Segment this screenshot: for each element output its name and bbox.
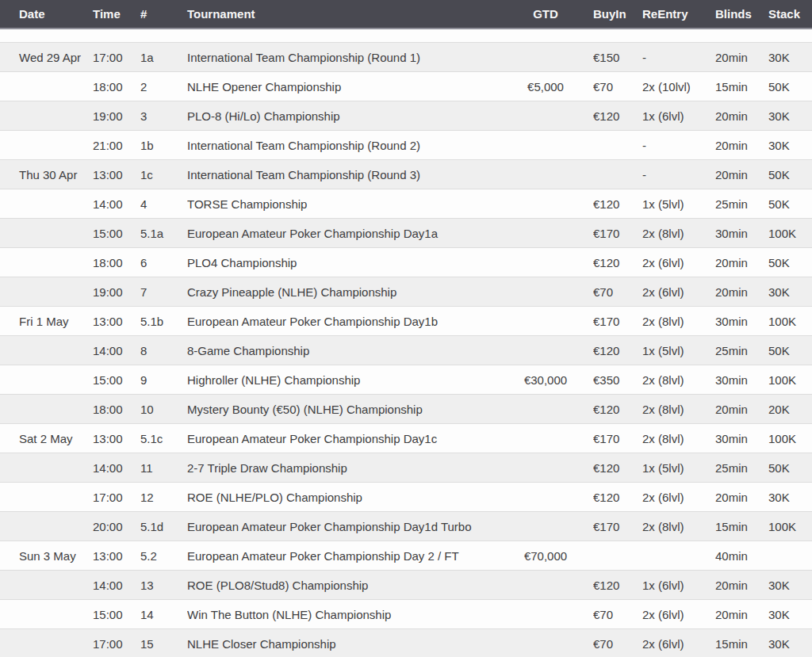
cell-gtd [508, 571, 593, 600]
cell-number: 5.1d [140, 512, 187, 541]
cell-gtd [508, 131, 593, 160]
cell-date [0, 600, 93, 629]
cell-stack: 30K [768, 600, 812, 629]
tournament-schedule-table: Date Time # Tournament GTD BuyIn ReEntry… [0, 0, 812, 657]
cell-reentry: 2x (8lvl) [642, 512, 715, 541]
cell-blinds: 20min [715, 600, 768, 629]
cell-time: 15:00 [93, 365, 140, 395]
cell-blinds: 30min [715, 365, 768, 395]
cell-stack: 30K [768, 101, 812, 131]
cell-time: 13:00 [93, 160, 140, 189]
cell-buyin: €70 [593, 629, 642, 657]
cell-stack: 100K [768, 307, 812, 336]
cell-tournament: PLO4 Championship [187, 248, 508, 277]
column-header-blinds: Blinds [715, 0, 768, 29]
cell-blinds: 30min [715, 424, 768, 453]
cell-stack: 30K [768, 483, 812, 512]
cell-stack: 30K [768, 277, 812, 307]
cell-date [0, 571, 93, 600]
cell-buyin: €120 [593, 395, 642, 424]
cell-tournament: Crazy Pineapple (NLHE) Championship [187, 277, 508, 307]
cell-number: 5.1a [140, 219, 187, 248]
cell-time: 20:00 [93, 512, 140, 541]
cell-date [0, 336, 93, 365]
cell-tournament: Win The Button (NLHE) Championship [187, 600, 508, 629]
cell-reentry: 2x (8lvl) [642, 365, 715, 395]
cell-reentry: 2x (6lvl) [642, 629, 715, 657]
spacer-cell [0, 29, 812, 43]
cell-buyin: €170 [593, 512, 642, 541]
cell-number: 1c [140, 160, 187, 189]
column-header-tournament: Tournament [187, 0, 508, 29]
tournament-row: 15:00 9 Highroller (NLHE) Championship €… [0, 365, 812, 395]
cell-gtd [508, 424, 593, 453]
cell-date: Wed 29 Apr [0, 43, 93, 72]
cell-tournament: 8-Game Championship [187, 336, 508, 365]
cell-blinds: 20min [715, 131, 768, 160]
cell-blinds: 20min [715, 395, 768, 424]
cell-blinds: 20min [715, 160, 768, 189]
cell-blinds: 25min [715, 189, 768, 219]
cell-gtd [508, 160, 593, 189]
cell-stack: 20K [768, 395, 812, 424]
cell-time: 18:00 [93, 395, 140, 424]
tournament-row: 17:00 15 NLHE Closer Championship €70 2x… [0, 629, 812, 657]
cell-date: Sun 3 May [0, 541, 93, 571]
cell-gtd [508, 101, 593, 131]
cell-tournament: European Amateur Poker Championship Day … [187, 541, 508, 571]
cell-buyin: €120 [593, 189, 642, 219]
cell-time: 14:00 [93, 571, 140, 600]
cell-gtd [508, 219, 593, 248]
cell-number: 5.2 [140, 541, 187, 571]
cell-reentry: 2x (8lvl) [642, 424, 715, 453]
cell-time: 14:00 [93, 189, 140, 219]
cell-time: 19:00 [93, 101, 140, 131]
cell-buyin: €70 [593, 72, 642, 101]
cell-gtd [508, 600, 593, 629]
cell-blinds: 30min [715, 307, 768, 336]
cell-reentry: 1x (5lvl) [642, 336, 715, 365]
cell-reentry: - [642, 43, 715, 72]
cell-tournament: ROE (NLHE/PLO) Championship [187, 483, 508, 512]
cell-buyin: €70 [593, 600, 642, 629]
cell-time: 14:00 [93, 453, 140, 483]
cell-number: 4 [140, 189, 187, 219]
cell-reentry: 1x (6lvl) [642, 571, 715, 600]
cell-gtd [508, 395, 593, 424]
tournament-row: 18:00 2 NLHE Opener Championship €5,000 … [0, 72, 812, 101]
column-header-number: # [140, 0, 187, 29]
cell-blinds: 20min [715, 571, 768, 600]
cell-stack: 50K [768, 72, 812, 101]
cell-gtd [508, 248, 593, 277]
cell-buyin: €120 [593, 248, 642, 277]
cell-blinds: 20min [715, 101, 768, 131]
tournament-row: 19:00 3 PLO-8 (Hi/Lo) Championship €120 … [0, 101, 812, 131]
cell-date: Sat 2 May [0, 424, 93, 453]
column-header-date: Date [0, 0, 93, 29]
cell-stack: 30K [768, 571, 812, 600]
tournament-row: 14:00 13 ROE (PLO8/Stud8) Championship €… [0, 571, 812, 600]
cell-tournament: NLHE Opener Championship [187, 72, 508, 101]
cell-blinds: 20min [715, 277, 768, 307]
cell-gtd [508, 512, 593, 541]
cell-date: Fri 1 May [0, 307, 93, 336]
cell-number: 10 [140, 395, 187, 424]
header-row: Date Time # Tournament GTD BuyIn ReEntry… [0, 0, 812, 29]
cell-number: 1b [140, 131, 187, 160]
column-header-stack: Stack [768, 0, 812, 29]
cell-blinds: 25min [715, 453, 768, 483]
cell-gtd [508, 189, 593, 219]
cell-blinds: 20min [715, 483, 768, 512]
cell-blinds: 25min [715, 336, 768, 365]
cell-stack: 100K [768, 219, 812, 248]
cell-stack [768, 541, 812, 571]
cell-buyin [593, 541, 642, 571]
column-header-reentry: ReEntry [642, 0, 715, 29]
cell-number: 3 [140, 101, 187, 131]
cell-date [0, 395, 93, 424]
tournament-row: 14:00 8 8-Game Championship €120 1x (5lv… [0, 336, 812, 365]
cell-number: 11 [140, 453, 187, 483]
cell-gtd [508, 43, 593, 72]
cell-reentry: 2x (6lvl) [642, 277, 715, 307]
tournament-row: 17:00 12 ROE (NLHE/PLO) Championship €12… [0, 483, 812, 512]
